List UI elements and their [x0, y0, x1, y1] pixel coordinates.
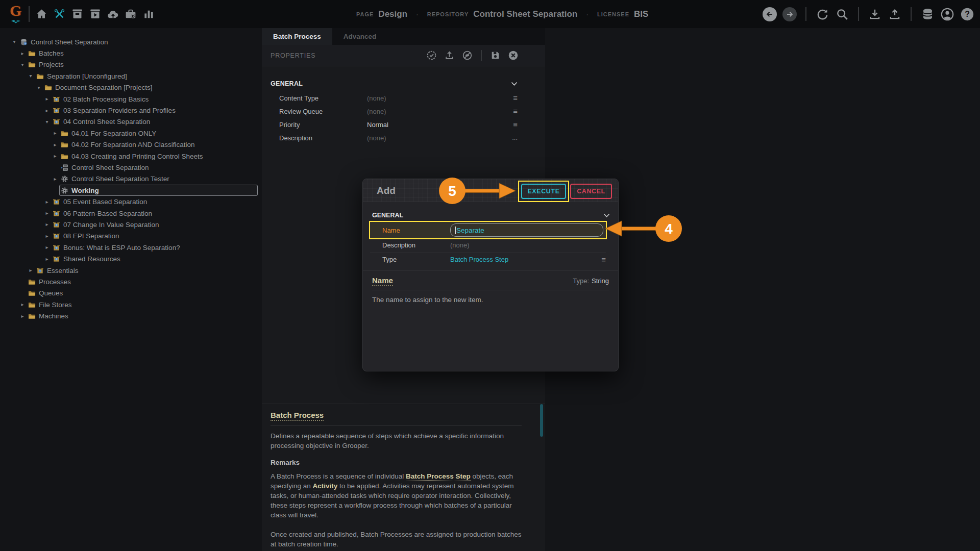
help-icon[interactable]: ?: [960, 7, 975, 22]
general-section-header[interactable]: GENERAL: [262, 76, 545, 91]
grooper-logo-leaves-icon: [7, 16, 24, 26]
tree-item-batches[interactable]: ▸Batches: [0, 47, 262, 59]
expand-icon[interactable]: ▸: [18, 299, 27, 310]
collapse-icon[interactable]: ▾: [10, 36, 18, 47]
doc-divider: [271, 425, 522, 426]
download-icon[interactable]: [867, 7, 883, 22]
activity-link[interactable]: Activity: [313, 482, 338, 490]
execute-button[interactable]: EXECUTE: [521, 184, 566, 199]
expand-icon[interactable]: ▸: [51, 151, 59, 162]
save-icon[interactable]: [490, 50, 501, 61]
menu-icon[interactable]: ≡: [513, 95, 518, 101]
grooper-logo[interactable]: G: [7, 3, 24, 26]
tree-item-control-sheet-separation-tester[interactable]: ▸Control Sheet Separation Tester: [0, 173, 262, 185]
scrollbar-thumb[interactable]: [540, 404, 543, 437]
expand-icon[interactable]: ▸: [18, 311, 27, 322]
expand-icon[interactable]: ▸: [18, 48, 27, 59]
forward-icon[interactable]: [782, 7, 797, 22]
tree-item-07-change-in-value-separation[interactable]: ▸07 Change In Value Separation: [0, 219, 262, 230]
collapse-icon[interactable]: ▾: [35, 82, 43, 93]
design-tools-icon[interactable]: [53, 8, 66, 21]
name-input[interactable]: Separate: [450, 223, 603, 237]
tree-item-02-batch-processing-basics[interactable]: ▸02 Batch Processing Basics: [0, 93, 262, 105]
tree-item-machines[interactable]: ▸Machines: [0, 310, 262, 321]
jobs-icon[interactable]: [124, 8, 137, 21]
expand-icon[interactable]: ▸: [43, 105, 51, 116]
back-icon[interactable]: [762, 7, 777, 22]
expand-icon[interactable]: ▸: [43, 93, 51, 105]
tree-item-essentials[interactable]: ▸Essentials: [0, 265, 262, 276]
tree-item-04-03-creating-and-printing-control-sheets[interactable]: ▸04.03 Creating and Printing Control She…: [0, 151, 262, 162]
tree-item-projects[interactable]: ▾Projects: [0, 59, 262, 70]
ellipsis-icon[interactable]: ...: [512, 135, 518, 140]
expand-icon[interactable]: ▸: [43, 196, 51, 208]
search-icon[interactable]: [835, 7, 850, 22]
dialog-general-header[interactable]: GENERAL: [363, 209, 618, 222]
tree-item-shared-resources[interactable]: ▸Shared Resources: [0, 253, 262, 264]
tree-item-08-epi-separation[interactable]: ▸08 EPI Separation: [0, 231, 262, 242]
expand-icon[interactable]: ▸: [43, 219, 51, 230]
tree-item-04-01-for-separation-only[interactable]: ▸04.01 For Separation ONLY: [0, 128, 262, 139]
tab-advanced[interactable]: Advanced: [332, 28, 388, 45]
licensee-label: LICENSEE: [597, 11, 629, 17]
tree-item-queues[interactable]: Queues: [0, 288, 262, 299]
tree-item-06-pattern-based-separation[interactable]: ▸06 Pattern-Based Separation: [0, 208, 262, 219]
home-icon[interactable]: [35, 8, 48, 21]
expand-icon[interactable]: ▸: [51, 173, 59, 185]
field-row-description[interactable]: Description (none): [370, 238, 606, 253]
upload-icon[interactable]: [887, 7, 902, 22]
tree-item-control-sheet-separation[interactable]: Control Sheet Separation: [0, 162, 262, 173]
tree-item-03-separation-providers-and-profiles[interactable]: ▸03 Separation Providers and Profiles: [0, 105, 262, 116]
tree-item-04-02-for-separation-and-classification[interactable]: ▸04.02 For Separation AND Classification: [0, 139, 262, 151]
doc-title-link[interactable]: Batch Process: [271, 411, 324, 421]
refresh-icon[interactable]: [815, 7, 830, 22]
expand-icon[interactable]: ▸: [51, 128, 59, 139]
field-row-name[interactable]: Name Separate: [370, 222, 606, 238]
tasks-icon[interactable]: [88, 8, 102, 21]
batch-process-step-link[interactable]: Batch Process Step: [406, 472, 471, 481]
tree-item-document-separation-projects[interactable]: ▾Document Separation [Projects]: [0, 82, 262, 93]
menu-icon[interactable]: ≡: [601, 255, 606, 264]
tree-item-bonus-what-is-esp-auto-separation[interactable]: ▸Bonus: What is ESP Auto Separation?: [0, 242, 262, 253]
cancel-edits-icon[interactable]: [508, 50, 519, 61]
step-number: 4: [665, 221, 673, 237]
menu-icon[interactable]: ≡: [513, 122, 518, 127]
property-row-review-queue[interactable]: Review Queue (none) ≡: [262, 105, 545, 118]
stats-icon[interactable]: [142, 8, 155, 21]
cancel-button[interactable]: CANCEL: [570, 184, 612, 199]
tree-item-05-event-based-separation[interactable]: ▸05 Event Based Separation: [0, 196, 262, 207]
tree-item-file-stores[interactable]: ▸File Stores: [0, 299, 262, 310]
expand-icon[interactable]: ▸: [43, 242, 51, 253]
property-row-content-type[interactable]: Content Type (none) ≡: [262, 91, 545, 105]
connections-icon[interactable]: [920, 7, 935, 22]
expand-icon[interactable]: ▸: [43, 208, 51, 219]
field-row-type[interactable]: Type Batch Process Step ≡: [370, 253, 606, 266]
expand-icon[interactable]: ▸: [43, 231, 51, 242]
collapse-icon[interactable]: ▾: [43, 116, 51, 128]
unpublish-icon[interactable]: [462, 50, 473, 61]
collapse-icon[interactable]: ▾: [18, 59, 27, 70]
field-help-divider: [372, 290, 609, 290]
tree-item-04-control-sheet-separation[interactable]: ▾04 Control Sheet Separation: [0, 116, 262, 128]
property-row-priority[interactable]: Priority Normal ≡: [262, 118, 545, 131]
tree-item-label: Processes: [39, 278, 71, 286]
package-icon: [53, 198, 60, 206]
publish-icon[interactable]: [426, 50, 437, 61]
expand-icon[interactable]: ▸: [43, 254, 51, 265]
upload-item-icon[interactable]: [444, 50, 455, 61]
collapse-icon[interactable]: ▾: [27, 70, 35, 82]
property-row-description[interactable]: Description (none) ...: [262, 131, 545, 144]
expand-icon[interactable]: ▸: [27, 265, 35, 276]
tab-batch-process[interactable]: Batch Process: [262, 28, 332, 45]
gear-icon: [61, 175, 68, 183]
menu-icon[interactable]: ≡: [513, 109, 518, 114]
imports-icon[interactable]: [106, 8, 119, 21]
account-icon[interactable]: [940, 7, 955, 22]
tree-item-processes[interactable]: Processes: [0, 276, 262, 287]
batches-icon[interactable]: [70, 8, 84, 21]
doc-text: A Batch Process is a sequence of individ…: [271, 472, 406, 480]
tree-item-working[interactable]: Working: [0, 185, 262, 196]
tree-item-control-sheet-separation[interactable]: ▾Control Sheet Separation: [0, 36, 262, 47]
expand-icon[interactable]: ▸: [51, 139, 59, 151]
tree-item-separation-unconfigured[interactable]: ▾Separation [Unconfigured]: [0, 70, 262, 82]
